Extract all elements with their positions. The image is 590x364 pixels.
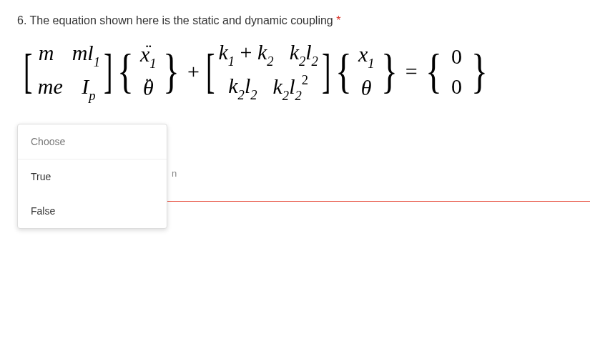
- accel-r1: x1: [138, 42, 158, 70]
- zero-r2: 0: [446, 74, 466, 99]
- accel-vector: x1 θ: [138, 42, 158, 100]
- dropdown-option-false[interactable]: False: [18, 194, 167, 228]
- mm-r1c1: m: [36, 41, 56, 69]
- mm-r2c2: Ip: [79, 74, 99, 102]
- question-number: 6.: [17, 14, 26, 26]
- zero-vector: 0 0: [446, 44, 466, 99]
- disp-vector: x1 θ: [356, 42, 376, 100]
- lbrace2-icon: {: [335, 51, 351, 92]
- st-r2c1: k2l2: [228, 74, 257, 102]
- equation-display: [ m ml1 me Ip ] { x1 θ } + [ k1 + k2 k2l…: [17, 40, 573, 102]
- equals-op: =: [405, 59, 418, 84]
- rbrace-icon: }: [163, 51, 180, 92]
- question-text: 6. The equation shown here is the static…: [17, 14, 573, 27]
- st-r1c2: k2l2: [290, 40, 318, 68]
- answer-dropdown[interactable]: Choose True False: [17, 124, 167, 229]
- rbrace2-icon: }: [381, 51, 398, 92]
- mm-r1c2: ml1: [72, 41, 100, 69]
- lbracket2-icon: [: [206, 51, 215, 92]
- lbrace3-icon: {: [426, 51, 442, 92]
- rbrace3-icon: }: [471, 51, 488, 92]
- dropdown-placeholder[interactable]: Choose: [18, 124, 167, 159]
- stiff-matrix: k1 + k2 k2l2 k2l2 k2l22: [218, 40, 318, 102]
- st-r2c2: k2l22: [273, 74, 309, 102]
- disp-r2: θ: [356, 76, 376, 100]
- required-asterisk: *: [336, 14, 340, 26]
- zero-r1: 0: [446, 44, 466, 69]
- lbracket-icon: [: [24, 51, 32, 92]
- rbracket-icon: ]: [104, 51, 112, 92]
- lbrace-icon: {: [117, 51, 134, 92]
- mass-matrix: m ml1 me Ip: [36, 41, 100, 102]
- question-body: The equation shown here is the static an…: [30, 14, 333, 26]
- plus-op: +: [187, 59, 200, 84]
- rbracket2-icon: ]: [322, 51, 330, 92]
- disp-r1: x1: [356, 42, 376, 70]
- dropdown-option-true[interactable]: True: [18, 159, 167, 194]
- mm-r2c1: me: [38, 74, 63, 102]
- stray-letter: n: [172, 168, 177, 179]
- accel-r2: θ: [138, 76, 158, 100]
- st-r1c1: k1 + k2: [218, 40, 273, 68]
